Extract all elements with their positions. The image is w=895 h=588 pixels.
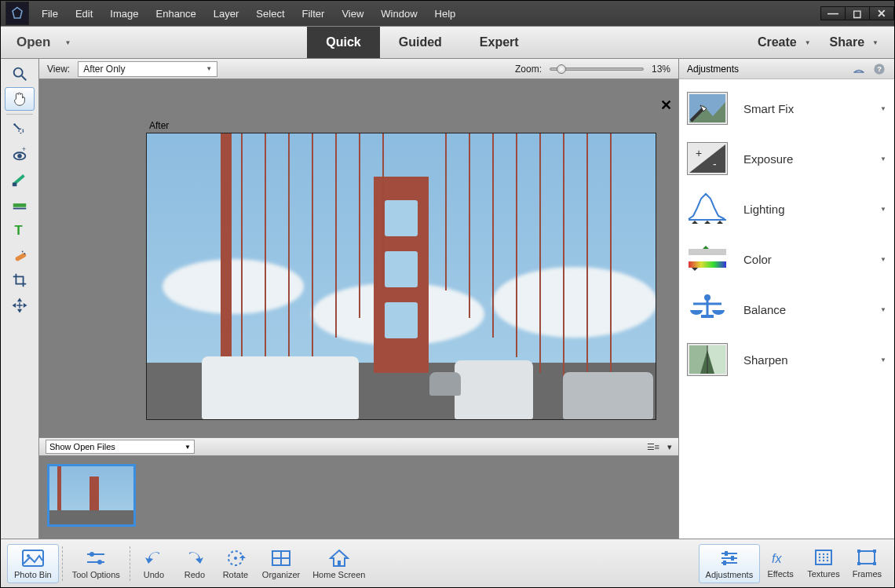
svg-point-72 xyxy=(819,559,820,561)
frames-icon xyxy=(855,547,879,568)
redo-icon xyxy=(183,548,206,568)
tool-move[interactable] xyxy=(5,294,35,317)
view-label: View: xyxy=(47,64,70,75)
svg-point-71 xyxy=(827,556,828,557)
menu-enhance[interactable]: Enhance xyxy=(148,3,204,24)
task-label: Home Screen xyxy=(312,570,365,579)
tool-text[interactable]: T xyxy=(5,218,35,242)
svg-marker-0 xyxy=(13,8,22,19)
photo-bin-icon xyxy=(21,548,45,568)
help-icon[interactable]: ? xyxy=(872,63,886,75)
task-frames[interactable]: Frames xyxy=(846,544,888,583)
task-redo[interactable]: Redo xyxy=(174,545,215,583)
menubar: File Edit Image Enhance Layer Select Fil… xyxy=(1,1,894,26)
tool-zoom[interactable] xyxy=(5,62,35,86)
photo-bin xyxy=(39,456,678,539)
adjustments-panel: Adjustments ? Smart Fix▼ +- Exposure▼ Li… xyxy=(678,59,894,539)
svg-point-52 xyxy=(234,557,237,560)
task-effects[interactable]: fx Effects xyxy=(760,544,801,583)
tool-straighten[interactable] xyxy=(5,193,35,217)
tool-redeye[interactable]: + xyxy=(5,143,35,166)
bin-list-icon[interactable]: ☰≡ xyxy=(647,442,659,452)
tool-hand[interactable] xyxy=(5,87,35,111)
adj-exposure[interactable]: +- Exposure▼ xyxy=(687,142,886,175)
chevron-down-icon: ▼ xyxy=(64,39,71,46)
bin-dropdown[interactable]: Show Open Files ▼ xyxy=(46,440,195,454)
image-canvas[interactable] xyxy=(146,133,656,420)
svg-rect-78 xyxy=(857,562,860,565)
adj-balance[interactable]: Balance▼ xyxy=(687,293,886,326)
svg-rect-17 xyxy=(853,71,864,72)
adj-lighting[interactable]: Lighting▼ xyxy=(687,192,886,225)
svg-point-74 xyxy=(827,559,828,561)
adjustments-title: Adjustments xyxy=(687,64,739,75)
task-undo[interactable]: Undo xyxy=(133,545,174,583)
menu-help[interactable]: Help xyxy=(427,3,464,24)
menu-filter[interactable]: Filter xyxy=(294,3,333,24)
menu-edit[interactable]: Edit xyxy=(68,3,100,24)
adjustments-header: Adjustments ? xyxy=(679,59,894,79)
menu-select[interactable]: Select xyxy=(248,3,292,24)
task-adjustments[interactable]: Adjustments xyxy=(699,544,761,583)
svg-text:T: T xyxy=(15,223,23,237)
chevron-down-icon: ▼ xyxy=(880,105,886,112)
svg-point-66 xyxy=(819,553,820,554)
close-button[interactable]: ✕ xyxy=(869,6,894,20)
menu-image[interactable]: Image xyxy=(102,3,146,24)
stage: View: After Only ▼ Zoom: 13% ✕ After xyxy=(39,59,678,539)
adj-color[interactable]: Color▼ xyxy=(687,243,886,276)
adj-smart-fix[interactable]: Smart Fix▼ xyxy=(687,92,886,125)
chevron-down-icon: ▼ xyxy=(880,256,886,263)
task-label: Frames xyxy=(853,569,882,579)
task-rotate[interactable]: Rotate xyxy=(215,545,256,583)
menu-layer[interactable]: Layer xyxy=(206,3,247,24)
adj-label: Balance xyxy=(743,303,786,316)
effects-icon: fx xyxy=(769,547,792,568)
svg-text:+: + xyxy=(22,146,26,153)
tab-expert[interactable]: Expert xyxy=(461,27,538,58)
tool-spot-heal[interactable] xyxy=(5,243,35,267)
tool-crop[interactable] xyxy=(5,268,35,292)
svg-rect-61 xyxy=(731,556,734,561)
tool-quick-select[interactable] xyxy=(5,118,35,141)
task-label: Undo xyxy=(144,570,164,579)
task-photo-bin[interactable]: Photo Bin xyxy=(7,544,59,583)
svg-point-68 xyxy=(827,553,828,554)
taskbar: Photo Bin Tool Options Undo Redo Rotate … xyxy=(1,539,894,587)
tab-quick[interactable]: Quick xyxy=(307,27,379,58)
rotate-icon xyxy=(224,548,247,568)
minimize-button[interactable]: — xyxy=(820,6,846,20)
task-textures[interactable]: Textures xyxy=(801,544,846,583)
zoom-slider[interactable] xyxy=(550,68,644,71)
svg-rect-32 xyxy=(689,249,726,255)
menu-file[interactable]: File xyxy=(34,3,66,24)
create-button[interactable]: Create ▼ xyxy=(758,35,811,49)
sharpen-icon xyxy=(687,343,728,376)
tab-guided[interactable]: Guided xyxy=(380,27,461,58)
svg-text:fx: fx xyxy=(772,552,782,565)
open-button[interactable]: Open ▼ xyxy=(1,27,87,58)
app-logo-icon xyxy=(5,2,29,25)
menu-view[interactable]: View xyxy=(334,3,371,24)
share-button[interactable]: Share ▼ xyxy=(830,35,879,49)
tool-whiten-teeth[interactable] xyxy=(5,168,35,192)
adj-sharpen[interactable]: Sharpen▼ xyxy=(687,343,886,376)
task-organizer[interactable]: Organizer xyxy=(256,545,306,583)
task-tool-options[interactable]: Tool Options xyxy=(66,545,126,583)
reset-icon[interactable] xyxy=(852,63,866,75)
svg-point-15 xyxy=(22,251,24,253)
bin-menu-icon[interactable]: ▾ xyxy=(667,442,672,452)
svg-rect-34 xyxy=(689,261,726,268)
task-home-screen[interactable]: Home Screen xyxy=(306,545,371,583)
chevron-down-icon: ▼ xyxy=(880,155,886,163)
bin-dropdown-value: Show Open Files xyxy=(49,442,115,451)
chevron-down-icon: ▼ xyxy=(184,444,191,451)
share-label: Share xyxy=(830,35,864,49)
svg-rect-57 xyxy=(338,561,341,566)
view-dropdown[interactable]: After Only ▼ xyxy=(78,61,217,77)
menu-window[interactable]: Window xyxy=(373,3,425,24)
maximize-button[interactable]: ◻ xyxy=(845,6,870,20)
exposure-icon: +- xyxy=(687,142,728,175)
close-document-button[interactable]: ✕ xyxy=(660,97,672,114)
bin-thumbnail[interactable] xyxy=(47,464,136,527)
